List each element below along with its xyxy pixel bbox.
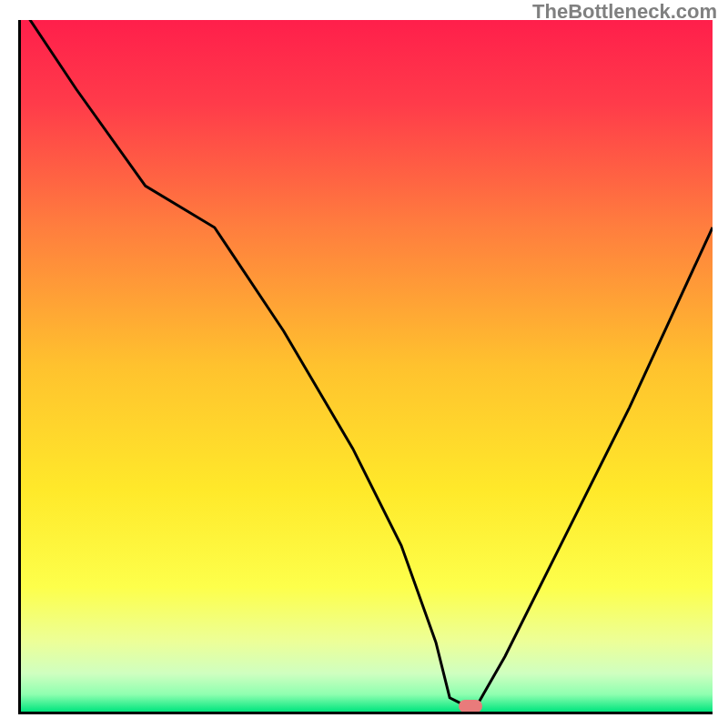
curve-path bbox=[21, 20, 713, 704]
watermark-text: TheBottleneck.com bbox=[532, 0, 717, 24]
chart-container: TheBottleneck.com bbox=[0, 0, 728, 728]
optimum-marker bbox=[459, 700, 482, 713]
bottleneck-curve bbox=[21, 20, 713, 712]
plot-area bbox=[18, 20, 713, 714]
